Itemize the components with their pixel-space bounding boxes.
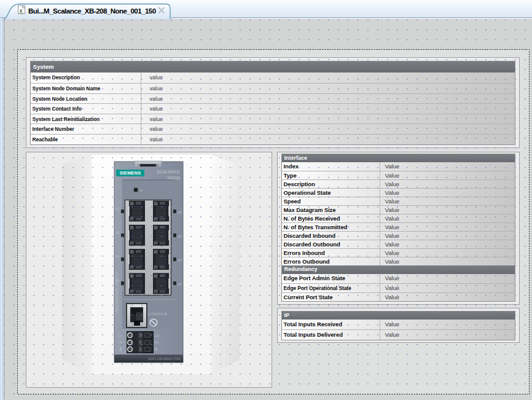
svg-text:P6: P6	[178, 235, 182, 238]
svg-text:XB208: XB208	[167, 176, 180, 180]
svg-text:6GK5 208-0BA00-2TB2: 6GK5 208-0BA00-2TB2	[148, 357, 181, 361]
svg-text:P5: P5	[178, 211, 182, 214]
svg-text:L2+: L2+	[155, 334, 160, 337]
svg-text:CONSOLE: CONSOLE	[148, 312, 168, 316]
svg-text:P3: P3	[115, 255, 119, 259]
svg-text:P1: P1	[115, 207, 119, 211]
svg-text:RJ45 PROFINET LAN ONLY: RJ45 PROFINET LAN ONLY	[115, 272, 119, 312]
svg-text:M2: M2	[155, 340, 159, 344]
svg-text:P8: P8	[178, 283, 182, 286]
svg-text:P7: P7	[178, 259, 182, 262]
svg-text:P2: P2	[115, 231, 119, 235]
svg-text:SIEMENS: SIEMENS	[120, 170, 141, 176]
svg-text:SCALANCE: SCALANCE	[157, 170, 180, 174]
svg-text:M1: M1	[119, 340, 123, 344]
svg-text:#: #	[20, 8, 23, 14]
svg-text:L1+: L1+	[118, 334, 123, 337]
